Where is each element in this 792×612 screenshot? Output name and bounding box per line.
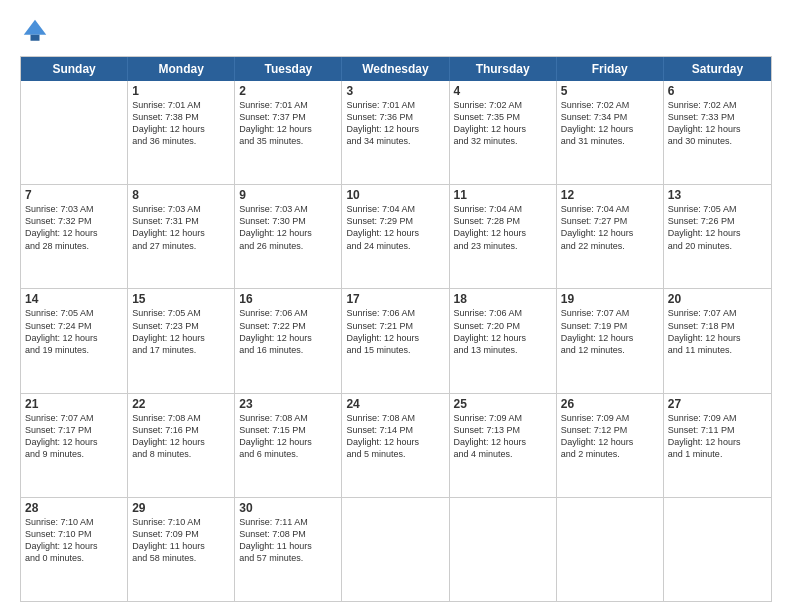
- day-info: Sunrise: 7:11 AM Sunset: 7:08 PM Dayligh…: [239, 516, 337, 565]
- calendar-cell-empty: [342, 498, 449, 601]
- calendar: SundayMondayTuesdayWednesdayThursdayFrid…: [20, 56, 772, 602]
- header-day-friday: Friday: [557, 57, 664, 81]
- calendar-body: 1Sunrise: 7:01 AM Sunset: 7:38 PM Daylig…: [21, 81, 771, 601]
- svg-marker-0: [24, 20, 47, 35]
- day-info: Sunrise: 7:02 AM Sunset: 7:34 PM Dayligh…: [561, 99, 659, 148]
- day-number: 21: [25, 397, 123, 411]
- day-number: 22: [132, 397, 230, 411]
- calendar-header: SundayMondayTuesdayWednesdayThursdayFrid…: [21, 57, 771, 81]
- header-day-sunday: Sunday: [21, 57, 128, 81]
- calendar-cell-15: 15Sunrise: 7:05 AM Sunset: 7:23 PM Dayli…: [128, 289, 235, 392]
- header-day-tuesday: Tuesday: [235, 57, 342, 81]
- calendar-cell-10: 10Sunrise: 7:04 AM Sunset: 7:29 PM Dayli…: [342, 185, 449, 288]
- day-info: Sunrise: 7:05 AM Sunset: 7:24 PM Dayligh…: [25, 307, 123, 356]
- page: SundayMondayTuesdayWednesdayThursdayFrid…: [0, 0, 792, 612]
- calendar-cell-30: 30Sunrise: 7:11 AM Sunset: 7:08 PM Dayli…: [235, 498, 342, 601]
- day-number: 12: [561, 188, 659, 202]
- header: [20, 16, 772, 46]
- day-number: 8: [132, 188, 230, 202]
- day-number: 28: [25, 501, 123, 515]
- calendar-cell-4: 4Sunrise: 7:02 AM Sunset: 7:35 PM Daylig…: [450, 81, 557, 184]
- day-info: Sunrise: 7:03 AM Sunset: 7:32 PM Dayligh…: [25, 203, 123, 252]
- calendar-cell-17: 17Sunrise: 7:06 AM Sunset: 7:21 PM Dayli…: [342, 289, 449, 392]
- calendar-cell-27: 27Sunrise: 7:09 AM Sunset: 7:11 PM Dayli…: [664, 394, 771, 497]
- calendar-cell-8: 8Sunrise: 7:03 AM Sunset: 7:31 PM Daylig…: [128, 185, 235, 288]
- day-number: 3: [346, 84, 444, 98]
- day-info: Sunrise: 7:06 AM Sunset: 7:22 PM Dayligh…: [239, 307, 337, 356]
- calendar-cell-1: 1Sunrise: 7:01 AM Sunset: 7:38 PM Daylig…: [128, 81, 235, 184]
- calendar-row-1: 7Sunrise: 7:03 AM Sunset: 7:32 PM Daylig…: [21, 184, 771, 288]
- day-info: Sunrise: 7:02 AM Sunset: 7:33 PM Dayligh…: [668, 99, 767, 148]
- day-info: Sunrise: 7:01 AM Sunset: 7:38 PM Dayligh…: [132, 99, 230, 148]
- calendar-cell-11: 11Sunrise: 7:04 AM Sunset: 7:28 PM Dayli…: [450, 185, 557, 288]
- header-day-thursday: Thursday: [450, 57, 557, 81]
- day-number: 2: [239, 84, 337, 98]
- day-number: 17: [346, 292, 444, 306]
- day-number: 25: [454, 397, 552, 411]
- calendar-cell-empty: [557, 498, 664, 601]
- calendar-cell-empty: [450, 498, 557, 601]
- calendar-cell-20: 20Sunrise: 7:07 AM Sunset: 7:18 PM Dayli…: [664, 289, 771, 392]
- day-number: 1: [132, 84, 230, 98]
- calendar-cell-21: 21Sunrise: 7:07 AM Sunset: 7:17 PM Dayli…: [21, 394, 128, 497]
- day-info: Sunrise: 7:04 AM Sunset: 7:29 PM Dayligh…: [346, 203, 444, 252]
- day-number: 20: [668, 292, 767, 306]
- day-number: 29: [132, 501, 230, 515]
- calendar-cell-23: 23Sunrise: 7:08 AM Sunset: 7:15 PM Dayli…: [235, 394, 342, 497]
- day-info: Sunrise: 7:07 AM Sunset: 7:19 PM Dayligh…: [561, 307, 659, 356]
- logo: [20, 16, 54, 46]
- calendar-cell-5: 5Sunrise: 7:02 AM Sunset: 7:34 PM Daylig…: [557, 81, 664, 184]
- calendar-row-2: 14Sunrise: 7:05 AM Sunset: 7:24 PM Dayli…: [21, 288, 771, 392]
- header-day-saturday: Saturday: [664, 57, 771, 81]
- day-info: Sunrise: 7:05 AM Sunset: 7:23 PM Dayligh…: [132, 307, 230, 356]
- day-info: Sunrise: 7:01 AM Sunset: 7:37 PM Dayligh…: [239, 99, 337, 148]
- day-number: 9: [239, 188, 337, 202]
- day-info: Sunrise: 7:10 AM Sunset: 7:10 PM Dayligh…: [25, 516, 123, 565]
- day-number: 18: [454, 292, 552, 306]
- calendar-cell-2: 2Sunrise: 7:01 AM Sunset: 7:37 PM Daylig…: [235, 81, 342, 184]
- calendar-cell-13: 13Sunrise: 7:05 AM Sunset: 7:26 PM Dayli…: [664, 185, 771, 288]
- calendar-cell-28: 28Sunrise: 7:10 AM Sunset: 7:10 PM Dayli…: [21, 498, 128, 601]
- day-number: 26: [561, 397, 659, 411]
- day-info: Sunrise: 7:04 AM Sunset: 7:28 PM Dayligh…: [454, 203, 552, 252]
- calendar-cell-9: 9Sunrise: 7:03 AM Sunset: 7:30 PM Daylig…: [235, 185, 342, 288]
- day-number: 14: [25, 292, 123, 306]
- day-info: Sunrise: 7:07 AM Sunset: 7:18 PM Dayligh…: [668, 307, 767, 356]
- calendar-cell-26: 26Sunrise: 7:09 AM Sunset: 7:12 PM Dayli…: [557, 394, 664, 497]
- day-number: 6: [668, 84, 767, 98]
- logo-icon: [20, 16, 50, 46]
- day-number: 27: [668, 397, 767, 411]
- day-info: Sunrise: 7:02 AM Sunset: 7:35 PM Dayligh…: [454, 99, 552, 148]
- day-info: Sunrise: 7:08 AM Sunset: 7:16 PM Dayligh…: [132, 412, 230, 461]
- day-info: Sunrise: 7:05 AM Sunset: 7:26 PM Dayligh…: [668, 203, 767, 252]
- header-day-monday: Monday: [128, 57, 235, 81]
- day-number: 19: [561, 292, 659, 306]
- day-info: Sunrise: 7:03 AM Sunset: 7:30 PM Dayligh…: [239, 203, 337, 252]
- calendar-cell-6: 6Sunrise: 7:02 AM Sunset: 7:33 PM Daylig…: [664, 81, 771, 184]
- day-info: Sunrise: 7:09 AM Sunset: 7:13 PM Dayligh…: [454, 412, 552, 461]
- day-info: Sunrise: 7:09 AM Sunset: 7:11 PM Dayligh…: [668, 412, 767, 461]
- day-number: 11: [454, 188, 552, 202]
- day-info: Sunrise: 7:04 AM Sunset: 7:27 PM Dayligh…: [561, 203, 659, 252]
- svg-rect-1: [31, 35, 40, 41]
- calendar-cell-24: 24Sunrise: 7:08 AM Sunset: 7:14 PM Dayli…: [342, 394, 449, 497]
- calendar-cell-18: 18Sunrise: 7:06 AM Sunset: 7:20 PM Dayli…: [450, 289, 557, 392]
- calendar-cell-16: 16Sunrise: 7:06 AM Sunset: 7:22 PM Dayli…: [235, 289, 342, 392]
- header-day-wednesday: Wednesday: [342, 57, 449, 81]
- calendar-row-3: 21Sunrise: 7:07 AM Sunset: 7:17 PM Dayli…: [21, 393, 771, 497]
- day-info: Sunrise: 7:09 AM Sunset: 7:12 PM Dayligh…: [561, 412, 659, 461]
- day-number: 5: [561, 84, 659, 98]
- calendar-row-0: 1Sunrise: 7:01 AM Sunset: 7:38 PM Daylig…: [21, 81, 771, 184]
- day-info: Sunrise: 7:01 AM Sunset: 7:36 PM Dayligh…: [346, 99, 444, 148]
- day-info: Sunrise: 7:10 AM Sunset: 7:09 PM Dayligh…: [132, 516, 230, 565]
- day-number: 16: [239, 292, 337, 306]
- calendar-cell-12: 12Sunrise: 7:04 AM Sunset: 7:27 PM Dayli…: [557, 185, 664, 288]
- day-info: Sunrise: 7:08 AM Sunset: 7:15 PM Dayligh…: [239, 412, 337, 461]
- calendar-cell-25: 25Sunrise: 7:09 AM Sunset: 7:13 PM Dayli…: [450, 394, 557, 497]
- day-info: Sunrise: 7:06 AM Sunset: 7:20 PM Dayligh…: [454, 307, 552, 356]
- calendar-cell-empty: [664, 498, 771, 601]
- calendar-cell-empty: [21, 81, 128, 184]
- day-info: Sunrise: 7:08 AM Sunset: 7:14 PM Dayligh…: [346, 412, 444, 461]
- day-number: 4: [454, 84, 552, 98]
- day-info: Sunrise: 7:03 AM Sunset: 7:31 PM Dayligh…: [132, 203, 230, 252]
